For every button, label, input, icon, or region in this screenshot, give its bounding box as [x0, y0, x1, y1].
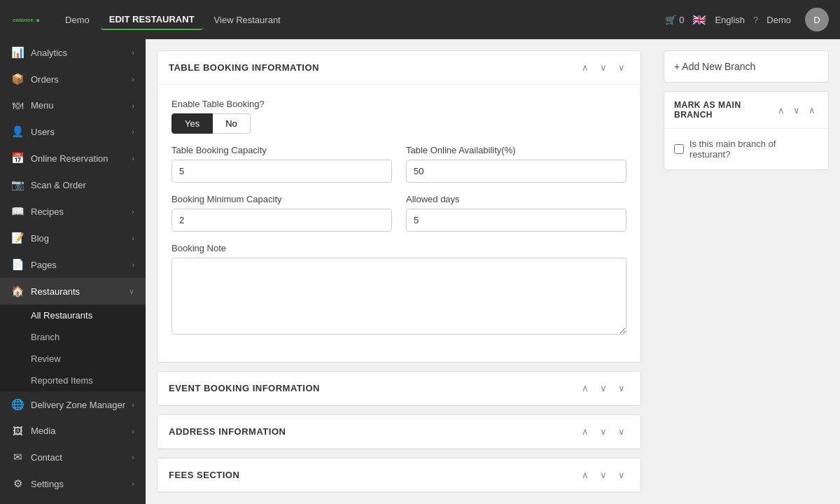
sidebar-item-orders-label: Orders [31, 74, 59, 85]
sidebar-item-analytics[interactable]: 📊 Analytics › [0, 39, 146, 66]
user-name: Demo [766, 15, 791, 25]
chevron-right-icon: › [132, 234, 134, 242]
sidebar-sub-branch[interactable]: Branch [0, 326, 146, 348]
yes-no-toggle: Yes No [172, 113, 626, 134]
main-branch-card: MARK AS MAIN BRANCH ∧ ∨ ∧ Is this main b… [664, 91, 829, 170]
address-section: ADDRESS INFORMATION ∧ ∨ ∨ [157, 414, 641, 449]
sidebar-sub-reported-items[interactable]: Reported Items [0, 370, 146, 391]
sidebar-item-media[interactable]: 🖼 Media › [0, 418, 146, 444]
chevron-right-icon: › [132, 400, 134, 409]
sidebar-item-orders[interactable]: 📦 Orders › [0, 66, 146, 92]
flag-icon: 🇬🇧 [692, 13, 706, 27]
main-branch-down-btn[interactable]: ∨ [790, 104, 803, 117]
sidebar-item-scan-label: Scan & Order [31, 180, 86, 190]
sidebar-item-wpml[interactable]: 🔤 WPML › [0, 497, 146, 504]
section-up-btn[interactable]: ∧ [578, 61, 593, 74]
pages-icon: 📄 [11, 258, 24, 271]
table-booking-header: TABLE BOOKING INFORMATION ∧ ∨ ∨ [158, 51, 640, 85]
booking-note-textarea[interactable] [172, 258, 626, 335]
booking-capacity-group: Table Booking Capacity [172, 145, 392, 183]
event-collapse-btn[interactable]: ∨ [614, 382, 629, 395]
address-up-btn[interactable]: ∧ [578, 425, 593, 438]
sidebar-item-recipes[interactable]: 📖 Recipes › [0, 198, 146, 225]
address-down-btn[interactable]: ∨ [596, 425, 611, 438]
help-icon[interactable]: ? [753, 15, 758, 25]
blog-icon: 📝 [11, 232, 24, 244]
fees-up-btn[interactable]: ∧ [578, 468, 593, 482]
yes-toggle-btn[interactable]: Yes [172, 113, 213, 134]
sidebar-item-pages[interactable]: 📄 Pages › [0, 251, 146, 278]
sidebar-item-blog-label: Blog [31, 233, 49, 244]
sidebar-item-restaurants[interactable]: 🏠 Restaurants ∨ [0, 278, 146, 304]
allowed-days-input[interactable] [406, 209, 626, 232]
delivery-zone-icon: 🌐 [11, 398, 24, 411]
nav-right: 🛒 0 🇬🇧 English ? Demo D [665, 8, 829, 31]
main-branch-up-btn[interactable]: ∧ [775, 104, 788, 117]
main-branch-title: MARK AS MAIN BRANCH [674, 100, 775, 120]
main-branch-expand-btn[interactable]: ∧ [806, 104, 818, 117]
add-new-branch-button[interactable]: + Add New Branch [664, 51, 828, 82]
sidebar-item-online-reservation-label: Online Reservation [31, 153, 108, 164]
cart-count: 0 [679, 15, 684, 25]
lang-label[interactable]: English [715, 15, 745, 25]
sidebar-item-restaurants-label: Restaurants [31, 286, 80, 297]
nav-demo[interactable]: Demo [57, 10, 98, 29]
media-icon: 🖼 [11, 425, 24, 437]
availability-input[interactable] [406, 160, 626, 183]
logo-text: eatance. [13, 17, 35, 23]
main-branch-controls: ∧ ∨ ∧ [775, 104, 818, 117]
top-navigation: eatance. ● Demo EDIT RESTAURANT View Res… [0, 0, 840, 39]
sidebar-item-settings[interactable]: ⚙ Settings › [0, 470, 146, 497]
chevron-right-icon: › [132, 154, 134, 162]
event-down-btn[interactable]: ∨ [596, 382, 611, 395]
nav-view-restaurant[interactable]: View Restaurant [206, 10, 289, 29]
section-controls: ∧ ∨ ∨ [578, 382, 629, 395]
section-collapse-btn[interactable]: ∨ [614, 61, 629, 74]
chevron-right-icon: › [132, 102, 134, 110]
no-toggle-btn[interactable]: No [213, 113, 251, 134]
sidebar-item-recipes-label: Recipes [31, 206, 64, 217]
section-controls: ∧ ∨ ∨ [578, 468, 629, 482]
availability-label: Table Online Availability(%) [406, 145, 626, 155]
sidebar-item-scan-order[interactable]: 📷 Scan & Order [0, 172, 146, 198]
center-panel: TABLE BOOKING INFORMATION ∧ ∨ ∨ Enable T… [146, 39, 652, 504]
event-up-btn[interactable]: ∧ [578, 382, 593, 395]
sidebar-item-users[interactable]: 👤 Users › [0, 118, 146, 145]
allowed-days-label: Allowed days [406, 194, 626, 204]
fees-section: FEES SECTION ∧ ∨ ∨ [157, 458, 641, 493]
section-down-btn[interactable]: ∨ [596, 61, 611, 74]
avatar[interactable]: D [805, 8, 829, 31]
main-branch-header: MARK AS MAIN BRANCH ∧ ∨ ∧ [664, 92, 828, 129]
orders-icon: 📦 [11, 73, 24, 85]
sidebar-item-delivery-zone[interactable]: 🌐 Delivery Zone Manager › [0, 391, 146, 418]
sidebar-sub-review[interactable]: Review [0, 348, 146, 370]
users-icon: 👤 [11, 125, 24, 138]
address-collapse-btn[interactable]: ∨ [614, 425, 629, 438]
booking-capacity-input[interactable] [172, 160, 392, 183]
sidebar-item-analytics-label: Analytics [31, 48, 67, 58]
cart[interactable]: 🛒 0 [665, 15, 684, 25]
main-branch-checkbox[interactable] [674, 144, 684, 154]
chevron-right-icon: › [132, 427, 134, 435]
nav-edit-restaurant[interactable]: EDIT RESTAURANT [101, 10, 203, 30]
sidebar-sub-all-restaurants[interactable]: All Restaurants [0, 304, 146, 326]
fees-down-btn[interactable]: ∨ [596, 468, 611, 482]
chevron-right-icon: › [132, 260, 134, 269]
chevron-right-icon: › [132, 127, 134, 136]
right-panel: + Add New Branch MARK AS MAIN BRANCH ∧ ∨… [652, 39, 840, 504]
sidebar-item-contact[interactable]: ✉ Contact › [0, 444, 146, 470]
scan-icon: 📷 [11, 178, 24, 191]
fees-collapse-btn[interactable]: ∨ [614, 468, 629, 482]
sidebar-item-contact-label: Contact [31, 452, 62, 463]
sidebar-item-menu[interactable]: 🍽 Menu › [0, 92, 146, 118]
main-branch-checkbox-label: Is this main branch of resturant? [690, 139, 818, 160]
min-capacity-input[interactable] [172, 209, 392, 232]
sidebar-item-online-reservation[interactable]: 📅 Online Reservation › [0, 145, 146, 172]
sidebar-item-blog[interactable]: 📝 Blog › [0, 225, 146, 251]
sidebar-item-menu-label: Menu [31, 100, 54, 111]
booking-note-label: Booking Note [172, 243, 626, 253]
main-branch-checkbox-row: Is this main branch of resturant? [674, 139, 818, 160]
event-booking-section: EVENT BOOKING INFORMATION ∧ ∨ ∨ [157, 371, 641, 406]
logo: eatance. ● [11, 16, 40, 24]
fees-title: FEES SECTION [169, 470, 239, 480]
